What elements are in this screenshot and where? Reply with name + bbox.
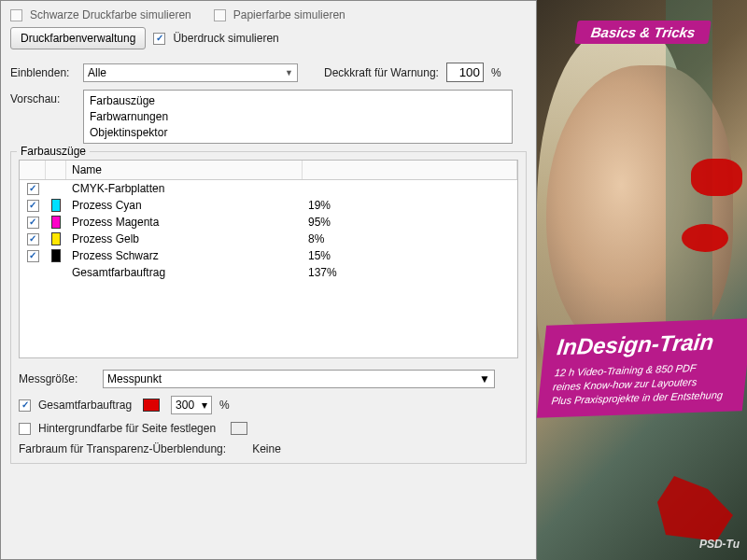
row-checkbox[interactable] bbox=[27, 233, 39, 245]
measure-select[interactable]: Messpunkt▼ bbox=[103, 370, 495, 388]
warning-color-chip[interactable] bbox=[143, 399, 160, 412]
sim-paper-label: Papierfarbe simulieren bbox=[233, 8, 345, 21]
separations-table: Name CMYK-Farbplatten Prozess Cyan19% Pr… bbox=[19, 160, 518, 358]
total-ink-label: Gesamtfarbauftrag bbox=[38, 399, 132, 412]
promo-badge: Basics & Tricks bbox=[574, 21, 712, 44]
blend-label: Einblenden: bbox=[10, 66, 76, 79]
ink-manager-button[interactable]: Druckfarbenverwaltung bbox=[10, 27, 146, 49]
preview-listbox[interactable]: Farbauszüge Farbwarnungen Objektinspekto… bbox=[83, 90, 513, 144]
promo-banner: InDesign-Train 12 h Video-Training & 850… bbox=[537, 318, 747, 417]
table-row: Gesamtfarbauftrag137% bbox=[20, 264, 517, 281]
black-swatch bbox=[51, 249, 61, 262]
blend-value: Alle bbox=[88, 66, 106, 79]
row-checkbox[interactable] bbox=[27, 183, 39, 195]
promo-footer: PSD-Tu bbox=[699, 538, 740, 551]
overprint-checkbox[interactable] bbox=[153, 33, 165, 45]
sim-paper-checkbox[interactable] bbox=[214, 9, 226, 21]
table-row: Prozess Gelb8% bbox=[20, 231, 517, 247]
sim-black-label: Schwarze Druckfarbe simulieren bbox=[30, 8, 191, 21]
table-row: Prozess Schwarz15% bbox=[20, 247, 517, 264]
output-preview-panel: Schwarze Druckfarbe simulieren Papierfar… bbox=[0, 0, 537, 560]
total-ink-unit: % bbox=[219, 399, 230, 412]
sim-black-checkbox[interactable] bbox=[10, 9, 22, 21]
total-ink-checkbox[interactable] bbox=[19, 399, 31, 412]
transparency-label: Farbraum für Transparenz-Überblendung: bbox=[19, 442, 226, 455]
table-row: Prozess Cyan19% bbox=[20, 197, 517, 214]
table-body[interactable]: CMYK-Farbplatten Prozess Cyan19% Prozess… bbox=[20, 180, 517, 357]
separations-group: Farbauszüge Name CMYK-Farbplatten Prozes… bbox=[10, 151, 527, 464]
col-name: Name bbox=[66, 161, 303, 179]
row-checkbox[interactable] bbox=[27, 200, 39, 212]
bg-color-swatch[interactable] bbox=[231, 422, 247, 435]
opacity-unit: % bbox=[491, 66, 501, 79]
promo-title: InDesign-Train bbox=[556, 329, 741, 361]
table-row: Prozess Magenta95% bbox=[20, 214, 517, 231]
promo-cover: Basics & Tricks InDesign-Train 12 h Vide… bbox=[537, 0, 747, 560]
opacity-label: Deckkraft für Warnung: bbox=[324, 66, 439, 79]
row-checkbox[interactable] bbox=[27, 250, 39, 262]
magenta-swatch bbox=[51, 216, 61, 229]
chevron-down-icon: ▼ bbox=[479, 372, 490, 385]
list-item[interactable]: Farbauszüge bbox=[90, 93, 506, 109]
cyan-swatch bbox=[51, 199, 61, 212]
bg-color-label: Hintergrundfarbe für Seite festlegen bbox=[38, 422, 216, 435]
list-item[interactable]: Farbwarnungen bbox=[90, 109, 506, 125]
bg-color-checkbox[interactable] bbox=[19, 423, 31, 435]
blend-select[interactable]: Alle ▼ bbox=[83, 63, 298, 82]
chevron-down-icon: ▼ bbox=[285, 68, 293, 77]
yellow-swatch bbox=[51, 232, 61, 245]
overprint-label: Überdruck simulieren bbox=[173, 32, 278, 45]
total-ink-input[interactable]: 300▾ bbox=[171, 396, 212, 414]
row-checkbox[interactable] bbox=[27, 217, 39, 229]
preview-label: Vorschau: bbox=[10, 90, 76, 105]
group-title: Farbauszüge bbox=[17, 145, 90, 158]
list-item[interactable]: Objektinspektor bbox=[90, 125, 506, 141]
chevron-down-icon: ▾ bbox=[202, 399, 207, 412]
table-row: CMYK-Farbplatten bbox=[20, 180, 517, 197]
measure-label: Messgröße: bbox=[19, 372, 95, 385]
opacity-input[interactable] bbox=[446, 63, 484, 82]
transparency-value: Keine bbox=[252, 442, 281, 455]
